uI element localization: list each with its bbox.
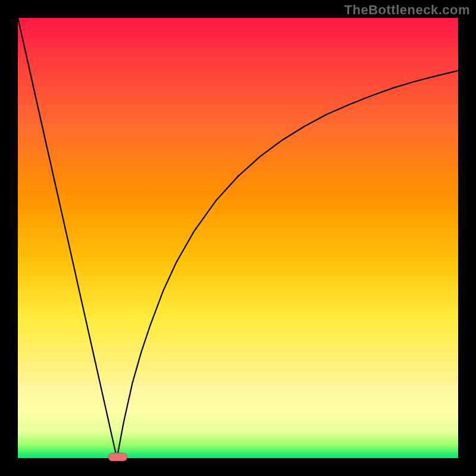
curve-left-branch — [18, 18, 117, 458]
plot-area — [18, 18, 458, 458]
watermark-text: TheBottleneck.com — [345, 2, 470, 18]
curve-svg — [18, 18, 458, 458]
chart-container: TheBottleneck.com — [0, 0, 476, 476]
curve-right-branch — [117, 71, 459, 458]
bottleneck-marker — [108, 453, 127, 461]
